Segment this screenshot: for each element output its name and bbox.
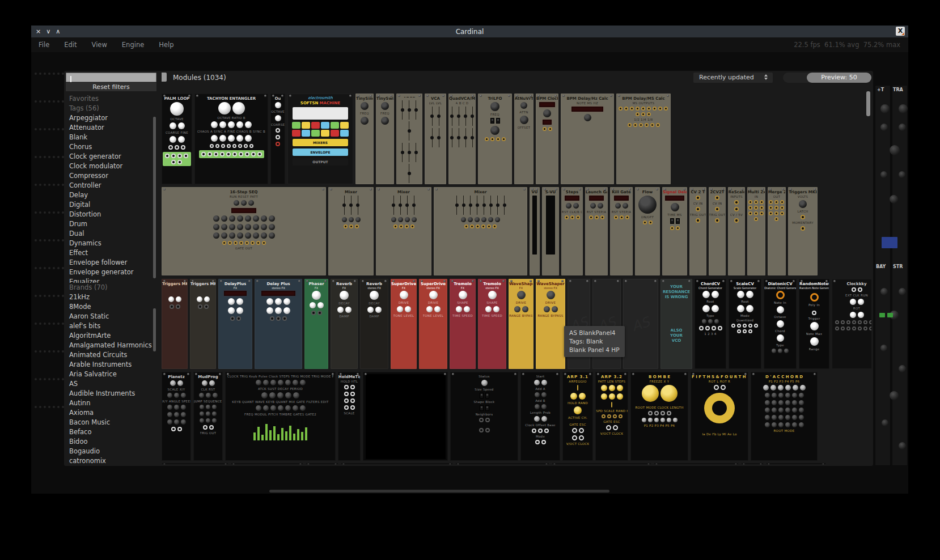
module-scalequantiser2[interactable]: SCALEQUANTISER2 <box>654 463 739 464</box>
module-generative[interactable]: GENERATIVE <box>231 463 303 464</box>
tag-chorus[interactable]: Chorus <box>66 142 158 152</box>
brand-befaco[interactable]: Befaco <box>66 427 158 437</box>
module-blank-panel[interactable]: AS <box>623 279 658 369</box>
module-d-a-c-c-h-o-r-d[interactable]: D ' A C C H O R DP1 P2 P3 P4 P5 P6ROOT M… <box>751 372 818 461</box>
tag-envelope-generator[interactable]: Envelope generator <box>66 268 158 277</box>
brand-arable-instruments[interactable]: Arable Instruments <box>66 360 158 370</box>
brands-scrollbar[interactable] <box>153 308 156 351</box>
module-delayplus[interactable]: DelayPlusFX <box>218 279 252 369</box>
module-16-step-seq[interactable]: 16-Step SEQRUN RESET PATTGATE OUT <box>162 187 326 275</box>
sidebar-item-favorites[interactable]: Favorites <box>66 94 158 104</box>
menu-file[interactable]: File <box>31 41 57 49</box>
module-planetz[interactable]: PlanetzSCALE X/YX/Y ANGLE SPEED <box>162 372 191 461</box>
menu-engine[interactable]: Engine <box>115 41 151 49</box>
tag-controller[interactable]: Controller <box>66 181 158 190</box>
tag-delay[interactable]: Delay <box>66 190 158 200</box>
module-superdrive[interactable]: SuperDriveFXDRIVETONE LEVEL <box>391 279 417 369</box>
module-blank-panel[interactable]: StartAdd AAdd BLength ProbClock Offset B… <box>520 372 560 461</box>
module-rescale[interactable]: ReScaleINPUTSCV / 5V <box>728 187 745 275</box>
tag-clock-generator[interactable]: Clock generator <box>66 152 158 162</box>
tag-envelope-follower[interactable]: Envelope follower <box>66 258 158 268</box>
tag-distortion[interactable]: Distortion <box>66 210 158 219</box>
module-b-o-m-b-e[interactable]: B O M B EFREEZE X YROOT MODE CLOCK LENGT… <box>630 372 688 461</box>
module-merge-2x5[interactable]: Merge 2x5OUT <box>768 187 786 275</box>
module-flow[interactable]: FlowON/OFF <box>635 187 660 275</box>
tag-drum[interactable]: Drum <box>66 219 158 229</box>
module-ruckus[interactable]: RUCKUS <box>552 463 651 464</box>
module-bpm-clock[interactable]: BPM Clock <box>536 94 558 184</box>
module-tremolo[interactable]: Tremolostereo FXSHAPETIME SPEED <box>478 279 506 369</box>
module-adsr[interactable]: ADSRATT DEC SUS REL <box>396 94 422 184</box>
menu-edit[interactable]: Edit <box>57 41 84 49</box>
preview-slider-grab[interactable]: Preview: 50 <box>807 73 871 83</box>
module-imperfect2[interactable]: IMPERFECT2 <box>341 463 453 464</box>
module-galaxy[interactable]: GALAXY <box>162 463 228 464</box>
rack-hscrollbar[interactable] <box>269 490 609 493</box>
sort-dropdown[interactable]: Recently updated <box>693 73 773 83</box>
module-phaser[interactable]: PhaserFX <box>304 279 328 369</box>
module-mixer[interactable]: Mixer <box>434 187 527 275</box>
module-mudprog[interactable]: MudProgCLK RSTJUMP SEQUENCE (PROB)TRIG O… <box>193 372 223 461</box>
module-triggers-mki[interactable]: Triggers MKIVOLTSLATCHMOMENTARY <box>788 187 818 275</box>
module-tinyswitch[interactable]: TinySwitchFREQ <box>376 94 394 184</box>
tag-dual[interactable]: Dual <box>66 229 158 239</box>
preview-slider[interactable]: Preview: 50 <box>783 73 871 83</box>
module-imp[interactable]: IMP <box>306 463 338 464</box>
module-sln[interactable]: SLN <box>741 463 764 464</box>
brand-catronomix[interactable]: catronomix <box>66 456 158 464</box>
brand-animated-circuits[interactable]: Animated Circuits <box>66 350 158 360</box>
module-bpm-delay-ms-calc[interactable]: BPM Delay/MS CalcMS OUTPUTS1/2 1/4 1/8 <box>616 94 671 184</box>
tag-digital[interactable]: Digital <box>66 200 158 210</box>
module-holdmetight[interactable]: HoldMeTightHOLD HTLSCALE <box>338 372 361 461</box>
menu-view[interactable]: View <box>84 41 115 49</box>
brand-amalgamated-harmonics[interactable]: Amalgamated Harmonics <box>66 341 158 350</box>
module-blank-panel[interactable]: CLOCK TRIG Keyb Pulse Clock STEPS TRIG M… <box>225 372 336 461</box>
tag-compressor[interactable]: Compressor <box>66 171 158 181</box>
tag-clock-modulator[interactable]: Clock modulator <box>66 162 158 171</box>
module-vca[interactable]: VCALVL LVL <box>425 94 446 184</box>
module-superdrive[interactable]: SuperDrivestereo FXDRIVETONE LEVEL <box>419 279 447 369</box>
brand-21khz[interactable]: 21kHz <box>66 292 158 302</box>
module-mixer[interactable]: Mixer <box>328 187 374 275</box>
module-triggers-mkii[interactable]: Triggers MKII <box>162 279 188 369</box>
module-quadvca-mixer[interactable]: QuadVCA/MixerA B C D <box>448 94 476 184</box>
module-steps[interactable]: StepsRST CLK/B OUT <box>561 187 583 275</box>
module-launch-gate[interactable]: Launch GateRST STEP/A <box>585 187 608 275</box>
brand-8mode[interactable]: 8Mode <box>66 302 158 312</box>
search-input[interactable] <box>66 73 156 82</box>
module-bpm-delay-hz-calc[interactable]: BPM Delay/Hz CalcNOTE MS HZ <box>561 94 614 184</box>
brand-bogaudio[interactable]: Bogaudio <box>66 447 158 456</box>
brand-bacon-music[interactable]: Bacon Music <box>66 418 158 427</box>
module-muxdemux[interactable]: MUXDEMUX <box>766 463 826 464</box>
module-waveshaper[interactable]: WaveShaperFXDRIVERANGE BYPASS <box>509 279 533 369</box>
module-mixer[interactable]: Mixer <box>376 187 431 275</box>
tag-arpeggiator[interactable]: Arpeggiator <box>66 113 158 123</box>
module-blank-panel[interactable] <box>363 372 448 461</box>
brand-aaron-static[interactable]: Aaron Static <box>66 312 158 321</box>
module-triggers-mkiii[interactable]: Triggers MKIII <box>190 279 216 369</box>
browser-scrollbar[interactable] <box>866 91 870 116</box>
module-randomnotecv[interactable]: RandomNoteCVRandom Note GeneratorPoly In… <box>799 279 829 369</box>
module-diatoniccv[interactable]: DiatonicCVDiatonic Chord GeneratorNote I… <box>764 279 797 369</box>
module-2cv2t[interactable]: 2CV2TCV INTRIG OUT <box>709 187 726 275</box>
module-progress2[interactable]: PROGRESS2 <box>455 463 549 464</box>
reset-filters-button[interactable]: Reset filters <box>66 83 156 91</box>
module-blank-panel[interactable]: electrosmithSOFTSN MACHINEMIXERSENVELOPE… <box>287 94 353 184</box>
module-signal-delay[interactable]: Signal DelayTIME MS <box>662 187 687 275</box>
module-palm-loop[interactable]: PALM LOOPOCTAVECOARSE FINE <box>162 94 192 184</box>
tag-blank[interactable]: Blank <box>66 133 158 142</box>
module-chordcv[interactable]: ChordCVChord GeneratorRootType1 2 3 4 <box>695 279 726 369</box>
brand-bidoo[interactable]: Bidoo <box>66 437 158 447</box>
titlebar[interactable]: ×∨∧ Cardinal X <box>31 26 908 37</box>
brand-algoritmarte[interactable]: AlgoritmArte <box>66 331 158 341</box>
module-reverb[interactable]: Reverbstereo FXDECAYDAMP <box>360 279 388 369</box>
brand-axioma[interactable]: Axioma <box>66 408 158 418</box>
tags-scrollbar[interactable] <box>153 117 156 278</box>
module-trilfo[interactable]: TriLFOFREQ <box>478 94 512 184</box>
module-ou[interactable]: OuOCTAVECOARSE <box>270 94 285 184</box>
brand-audible-instruments[interactable]: Audible Instruments <box>66 389 158 398</box>
tag-dynamics[interactable]: Dynamics <box>66 239 158 248</box>
module-clockkky[interactable]: ClockkkyEXT CLK RUNROT <box>832 279 871 369</box>
brand-autinn[interactable]: Autinn <box>66 398 158 408</box>
tag-effect[interactable]: Effect <box>66 248 158 258</box>
